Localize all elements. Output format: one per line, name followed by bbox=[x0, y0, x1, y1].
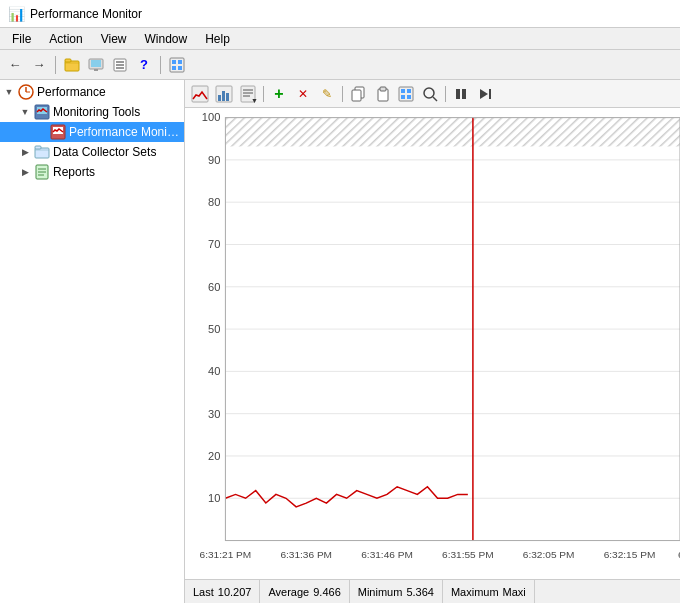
maximum-value: Maxi bbox=[503, 586, 526, 598]
menu-view[interactable]: View bbox=[93, 30, 135, 48]
svg-rect-30 bbox=[222, 91, 225, 101]
maximum-cell: Maximum Maxi bbox=[443, 580, 535, 603]
svg-text:60: 60 bbox=[208, 281, 220, 293]
help-button[interactable]: ? bbox=[133, 54, 155, 76]
svg-text:50: 50 bbox=[208, 323, 220, 335]
menu-action[interactable]: Action bbox=[41, 30, 90, 48]
chart-toolbar: ▼ + ✕ ✎ bbox=[185, 80, 680, 108]
title-text: Performance Monitor bbox=[30, 7, 142, 21]
view-chart-button[interactable] bbox=[189, 83, 211, 105]
pause-button[interactable] bbox=[450, 83, 472, 105]
chart-svg: 100 90 80 70 60 50 40 30 20 10 6:31:21 P… bbox=[185, 108, 680, 579]
list-button[interactable] bbox=[109, 54, 131, 76]
chart-sep-1 bbox=[263, 86, 264, 102]
minimum-label: Minimum bbox=[358, 586, 403, 598]
average-cell: Average 9.466 bbox=[260, 580, 349, 603]
mmc-button[interactable] bbox=[166, 54, 188, 76]
expand-monitoring[interactable]: ▼ bbox=[18, 105, 32, 119]
svg-text:6:31:21 PM: 6:31:21 PM bbox=[200, 549, 252, 560]
svg-rect-50 bbox=[489, 89, 491, 99]
expand-reports[interactable]: ▶ bbox=[18, 165, 32, 179]
zoom-button[interactable] bbox=[419, 83, 441, 105]
expand-datacollector[interactable]: ▶ bbox=[18, 145, 32, 159]
average-value: 9.466 bbox=[313, 586, 341, 598]
menu-help[interactable]: Help bbox=[197, 30, 238, 48]
svg-rect-12 bbox=[172, 66, 176, 70]
svg-rect-39 bbox=[380, 87, 386, 91]
menu-window[interactable]: Window bbox=[137, 30, 196, 48]
monitoring-tools-icon bbox=[34, 104, 50, 120]
app-icon: 📊 bbox=[8, 6, 24, 22]
svg-rect-53 bbox=[225, 118, 680, 147]
svg-text:80: 80 bbox=[208, 196, 220, 208]
svg-rect-42 bbox=[407, 89, 411, 93]
svg-text:100: 100 bbox=[202, 112, 221, 124]
reports-label: Reports bbox=[53, 165, 95, 179]
svg-rect-47 bbox=[456, 89, 460, 99]
expand-performance[interactable]: ▼ bbox=[2, 85, 16, 99]
maximum-label: Maximum bbox=[451, 586, 499, 598]
data-collector-label: Data Collector Sets bbox=[53, 145, 156, 159]
reports-icon bbox=[34, 164, 50, 180]
forward-button[interactable]: → bbox=[28, 54, 50, 76]
view-histogram-button[interactable] bbox=[213, 83, 235, 105]
sidebar-item-performance[interactable]: ▼ Performance bbox=[0, 82, 184, 102]
svg-text:70: 70 bbox=[208, 239, 220, 251]
next-button[interactable] bbox=[474, 83, 496, 105]
last-label: Last bbox=[193, 586, 214, 598]
svg-text:6:31:55 PM: 6:31:55 PM bbox=[442, 549, 494, 560]
svg-rect-48 bbox=[462, 89, 466, 99]
menu-bar: File Action View Window Help bbox=[0, 28, 680, 50]
performance-monitor-label: Performance Monitor bbox=[69, 125, 180, 139]
chart-sep-2 bbox=[342, 86, 343, 102]
average-label: Average bbox=[268, 586, 309, 598]
monitoring-tools-label: Monitoring Tools bbox=[53, 105, 140, 119]
sidebar-item-performance-monitor[interactable]: ▶ Performance Monitor bbox=[0, 122, 184, 142]
svg-text:30: 30 bbox=[208, 408, 220, 420]
data-collector-icon bbox=[34, 144, 50, 160]
performance-icon bbox=[18, 84, 34, 100]
svg-rect-43 bbox=[401, 95, 405, 99]
monitor-button[interactable] bbox=[85, 54, 107, 76]
delete-counter-button[interactable]: ✕ bbox=[292, 83, 314, 105]
chart-area[interactable]: 100 90 80 70 60 50 40 30 20 10 6:31:21 P… bbox=[185, 108, 680, 579]
main-layout: ▼ Performance ▼ Monitoring To bbox=[0, 80, 680, 603]
content-panel: ▼ + ✕ ✎ bbox=[185, 80, 680, 603]
add-counter-button[interactable]: + bbox=[268, 83, 290, 105]
svg-rect-29 bbox=[218, 95, 221, 101]
svg-text:6:31:46 PM: 6:31:46 PM bbox=[361, 549, 413, 560]
svg-line-46 bbox=[433, 97, 437, 101]
svg-text:6:32:05 PM: 6:32:05 PM bbox=[523, 549, 575, 560]
edit-counter-button[interactable]: ✎ bbox=[316, 83, 338, 105]
svg-text:20: 20 bbox=[208, 450, 220, 462]
back-button[interactable]: ← bbox=[4, 54, 26, 76]
copy-button[interactable] bbox=[347, 83, 369, 105]
sidebar-item-reports[interactable]: ▶ Reports bbox=[0, 162, 184, 182]
folder-button[interactable] bbox=[61, 54, 83, 76]
svg-rect-3 bbox=[91, 60, 101, 67]
svg-rect-37 bbox=[352, 90, 361, 101]
svg-text:90: 90 bbox=[208, 154, 220, 166]
sidebar-item-data-collector[interactable]: ▶ Data Collector Sets bbox=[0, 142, 184, 162]
svg-text:40: 40 bbox=[208, 365, 220, 377]
svg-rect-41 bbox=[401, 89, 405, 93]
sidebar-item-monitoring-tools[interactable]: ▼ Monitoring Tools bbox=[0, 102, 184, 122]
toolbar-sep-2 bbox=[160, 56, 161, 74]
svg-text:10: 10 bbox=[208, 492, 220, 504]
svg-marker-49 bbox=[480, 89, 488, 99]
performance-label: Performance bbox=[37, 85, 106, 99]
svg-rect-11 bbox=[178, 60, 182, 64]
svg-rect-10 bbox=[172, 60, 176, 64]
svg-text:6:32:15 PM: 6:32:15 PM bbox=[604, 549, 656, 560]
perf-monitor-icon bbox=[50, 124, 66, 140]
paste-button[interactable] bbox=[371, 83, 393, 105]
status-bar: Last 10.207 Average 9.466 Minimum 5.364 … bbox=[185, 579, 680, 603]
svg-rect-31 bbox=[226, 93, 229, 101]
menu-file[interactable]: File bbox=[4, 30, 39, 48]
title-bar: 📊 Performance Monitor bbox=[0, 0, 680, 28]
svg-rect-4 bbox=[94, 69, 98, 71]
view-report-button[interactable]: ▼ bbox=[237, 83, 259, 105]
chart-properties-button[interactable] bbox=[395, 83, 417, 105]
toolbar-sep-1 bbox=[55, 56, 56, 74]
minimum-cell: Minimum 5.364 bbox=[350, 580, 443, 603]
